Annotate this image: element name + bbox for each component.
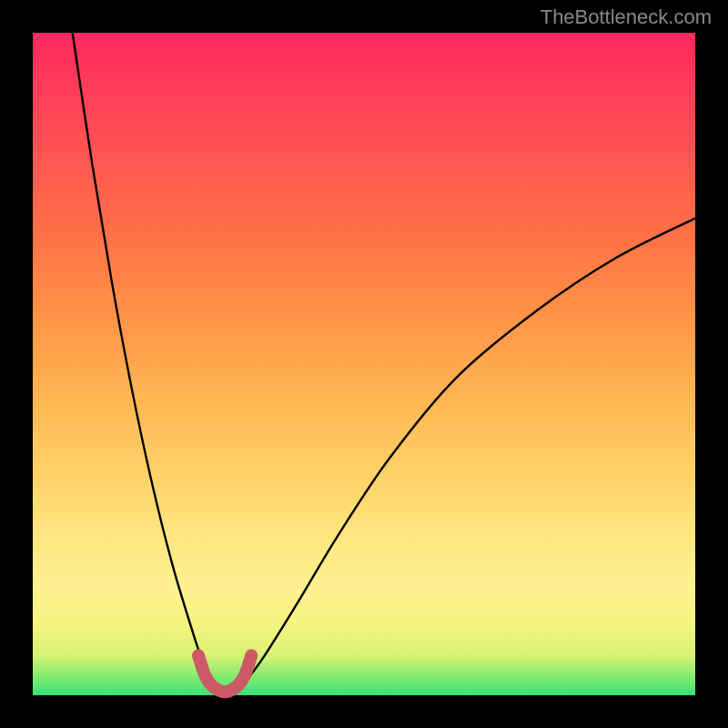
bottleneck-chart [33,33,695,695]
right-branch-curve [231,218,695,693]
watermark-text: TheBottleneck.com [541,5,712,29]
left-branch-curve [73,33,218,692]
minimum-marker-curve [198,655,251,692]
